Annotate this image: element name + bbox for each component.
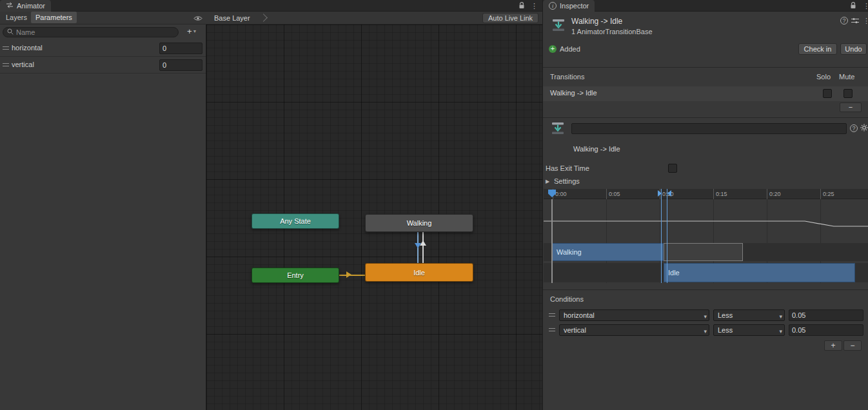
state-node-label: Any State	[280, 217, 311, 225]
tab-animator-label: Animator	[17, 2, 45, 10]
transition-start-handle[interactable]	[661, 189, 662, 283]
timeline-bar-label: Walking	[557, 248, 582, 256]
condition-value-field[interactable]: 0.05	[789, 324, 863, 336]
transition-idle-to-walking[interactable]	[422, 232, 424, 263]
tab-inspector[interactable]: i Inspector	[543, 0, 595, 12]
transition-row-label: Walking -> Idle	[550, 89, 597, 97]
vc-status-label: Added	[560, 45, 580, 53]
add-condition-button[interactable]: +	[824, 340, 842, 351]
breadcrumb[interactable]: Base Layer	[214, 14, 250, 22]
tick-label: 0:00	[555, 191, 567, 197]
lock-icon[interactable]	[518, 2, 525, 11]
tick-mark	[713, 189, 714, 199]
parameter-row[interactable]: vertical 0	[0, 57, 206, 73]
transition-timeline[interactable]: 0:00 0:05 0:10 0:15 0:20 0:25 Walking	[544, 189, 868, 288]
state-node-label: Entry	[287, 271, 304, 279]
transitions-header: Transitions	[550, 73, 584, 81]
condition-operator-dropdown[interactable]: Less ▾	[713, 324, 785, 336]
search-input[interactable]	[16, 28, 174, 36]
remove-transition-button[interactable]: −	[840, 102, 862, 112]
check-in-button[interactable]: Check in	[798, 43, 837, 55]
parameter-row[interactable]: horizontal 0	[0, 40, 206, 57]
dropdown-value: vertical	[564, 326, 586, 334]
auto-live-link-button[interactable]: Auto Live Link	[482, 13, 538, 23]
has-exit-time-label: Has Exit Time	[546, 164, 589, 172]
presets-icon[interactable]	[851, 17, 859, 25]
state-node-entry[interactable]: Entry	[252, 268, 339, 283]
transition-entry-to-idle[interactable]	[339, 275, 365, 276]
help-icon[interactable]: ?	[840, 17, 848, 24]
tick-mark	[606, 189, 607, 199]
settings-foldout[interactable]: Settings	[554, 177, 580, 185]
kebab-menu-icon[interactable]: ⋮	[863, 1, 868, 10]
state-node-walking[interactable]: Walking	[365, 214, 473, 232]
help-icon[interactable]: ?	[850, 124, 858, 132]
eye-icon[interactable]	[193, 15, 202, 23]
tick-label: 0:05	[609, 191, 620, 197]
dropdown-value: Less	[718, 311, 733, 319]
inspector-subtitle: 1 AnimatorTransitionBase	[571, 28, 653, 35]
tick-label: 0:15	[716, 191, 727, 197]
handle-flag-icon[interactable]	[667, 190, 671, 197]
timeline-left-handle[interactable]	[551, 199, 553, 283]
blend-curve	[544, 199, 868, 240]
condition-parameter-dropdown[interactable]: vertical ▾	[559, 324, 709, 336]
dropdown-value: Less	[718, 326, 733, 334]
tab-animator[interactable]: Animator	[0, 0, 51, 12]
mute-checkbox[interactable]	[843, 89, 853, 98]
transition-end-handle[interactable]	[667, 189, 667, 283]
info-icon: i	[549, 2, 557, 10]
state-node-any-state[interactable]: Any State	[252, 213, 339, 229]
tick-mark	[820, 189, 821, 199]
condition-operator-dropdown[interactable]: Less ▾	[713, 309, 785, 321]
divider	[543, 289, 868, 290]
undo-button[interactable]: Undo	[840, 43, 867, 55]
solo-checkbox[interactable]	[823, 89, 832, 98]
tab-parameters[interactable]: Parameters	[31, 12, 77, 23]
drag-handle-icon[interactable]	[549, 313, 555, 317]
kebab-menu-icon[interactable]: ⋮	[531, 1, 538, 10]
timeline-bar-walking[interactable]: Walking	[552, 243, 664, 261]
condition-parameter-dropdown[interactable]: horizontal ▾	[559, 309, 709, 321]
search-field[interactable]	[3, 27, 179, 37]
tab-inspector-label: Inspector	[560, 2, 589, 10]
solo-column-label: Solo	[816, 73, 831, 81]
transition-duration-region[interactable]	[664, 243, 743, 261]
drag-handle-icon[interactable]	[3, 63, 9, 66]
remove-condition-button[interactable]: −	[843, 340, 862, 351]
add-parameter-button[interactable]: +▼	[187, 26, 197, 36]
kebab-menu-icon[interactable]: ⋮	[863, 16, 868, 25]
parameter-name: horizontal	[12, 44, 43, 52]
gear-icon[interactable]	[860, 124, 868, 133]
drag-handle-icon[interactable]	[549, 328, 555, 331]
parameter-value-field[interactable]: 0	[159, 59, 202, 71]
timeline-ruler[interactable]	[544, 189, 868, 199]
divider	[543, 67, 868, 68]
tick-label: 0:20	[769, 191, 781, 197]
arrowhead-right-icon	[346, 271, 351, 278]
parameter-value-field[interactable]: 0	[159, 43, 202, 54]
breadcrumb-chevron-icon	[259, 14, 268, 22]
tick-mark	[767, 189, 767, 199]
foldout-arrow-icon[interactable]: ▶	[546, 179, 549, 184]
parameter-name: vertical	[12, 61, 34, 68]
animator-icon	[6, 2, 14, 10]
has-exit-time-checkbox[interactable]	[668, 164, 677, 173]
animator-graph-canvas[interactable]: Any State Walking Entry Idle	[206, 24, 542, 410]
divider	[543, 117, 868, 118]
lock-icon[interactable]	[850, 2, 856, 11]
inspector-title: Walking -> Idle	[571, 17, 622, 26]
tab-layers[interactable]: Layers	[1, 12, 32, 23]
arrowhead-up-icon	[420, 240, 426, 246]
added-status-icon: +	[549, 45, 557, 53]
transition-name-field[interactable]	[571, 123, 847, 134]
drag-handle-icon[interactable]	[3, 46, 9, 50]
timeline-bar-idle[interactable]: Idle	[664, 263, 855, 282]
animator-tabstrip: Animator ⋮	[0, 0, 542, 12]
state-node-idle[interactable]: Idle	[365, 263, 473, 282]
chevron-down-icon: ▾	[779, 311, 782, 321]
condition-value-field[interactable]: 0.05	[789, 309, 863, 321]
transition-list-row[interactable]: Walking -> Idle	[543, 86, 868, 101]
handle-flag-icon[interactable]	[658, 190, 662, 197]
tick-label: 0:25	[823, 191, 834, 197]
